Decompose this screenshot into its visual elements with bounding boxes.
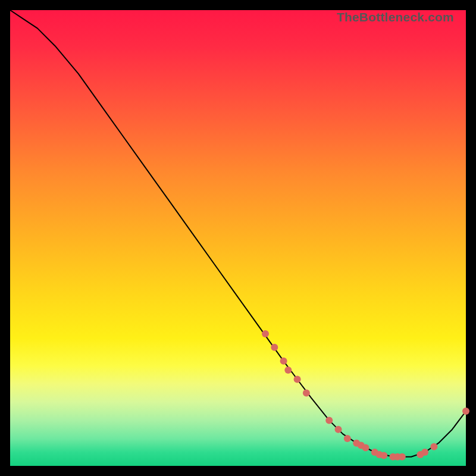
chart-svg bbox=[10, 10, 466, 466]
data-marker bbox=[303, 389, 310, 396]
data-marker bbox=[262, 330, 269, 337]
data-marker bbox=[280, 358, 287, 365]
chart-frame: TheBottleneck.com bbox=[0, 0, 476, 476]
data-marker bbox=[335, 426, 342, 433]
plot-area: TheBottleneck.com bbox=[10, 10, 466, 466]
data-marker bbox=[362, 444, 369, 451]
data-marker bbox=[462, 408, 469, 415]
data-marker bbox=[271, 344, 278, 351]
data-marker bbox=[325, 416, 333, 424]
data-marker bbox=[399, 453, 406, 461]
curve-line bbox=[10, 10, 466, 457]
data-marker bbox=[421, 449, 428, 456]
data-marker bbox=[284, 367, 292, 374]
marker-group bbox=[262, 330, 469, 461]
data-marker bbox=[344, 435, 351, 442]
data-marker bbox=[430, 443, 437, 450]
data-marker bbox=[294, 376, 301, 383]
data-marker bbox=[380, 452, 387, 459]
